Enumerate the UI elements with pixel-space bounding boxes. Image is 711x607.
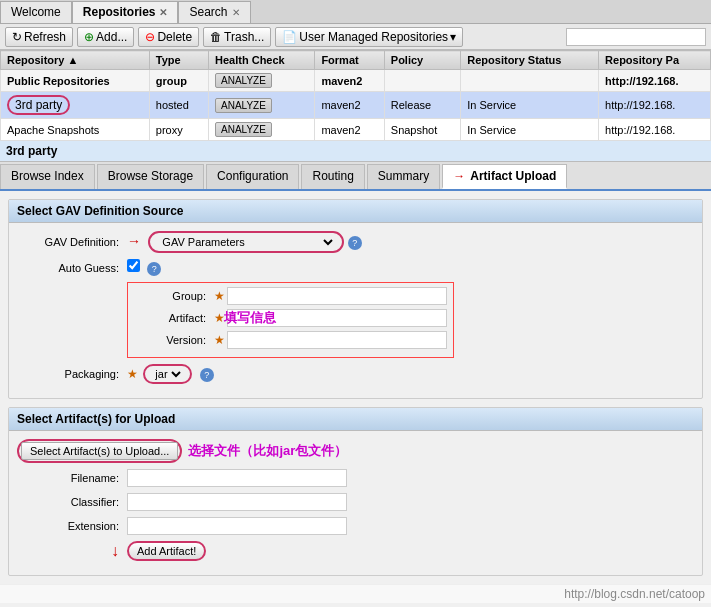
refresh-button[interactable]: ↻ Refresh — [5, 27, 73, 47]
col-status: Repository Status — [461, 51, 599, 70]
cell-status: In Service — [461, 119, 599, 141]
tab-search[interactable]: Search ✕ — [178, 1, 250, 23]
table-row[interactable]: Apache Snapshots proxy ANALYZE maven2 Sn… — [1, 119, 711, 141]
cell-policy — [384, 70, 461, 92]
version-row: Version: ★ — [134, 331, 447, 349]
gav-definition-label: GAV Definition: — [17, 236, 127, 248]
artifact-label: Artifact: — [134, 312, 214, 324]
select-file-row: Select Artifact(s) to Upload... 选择文件（比如j… — [17, 439, 694, 463]
gav-form-body: GAV Definition: → GAV Parameters ? Auto … — [9, 223, 702, 398]
upload-form-body: Select Artifact(s) to Upload... 选择文件（比如j… — [9, 431, 702, 575]
analyze-btn[interactable]: ANALYZE — [215, 122, 272, 137]
user-managed-button[interactable]: 📄 User Managed Repositories ▾ — [275, 27, 463, 47]
group-row: Group: ★ — [134, 287, 447, 305]
group-input[interactable] — [227, 287, 447, 305]
cell-name: Apache Snapshots — [1, 119, 150, 141]
cell-health: ANALYZE — [209, 70, 315, 92]
cell-status: In Service — [461, 92, 599, 119]
gav-fields-group: Group: ★ Artifact: ★ 填写信息 Version: ★ — [127, 282, 454, 358]
tab-search-close[interactable]: ✕ — [232, 7, 240, 18]
classifier-row: Classifier: — [17, 493, 694, 511]
col-policy: Policy — [384, 51, 461, 70]
toolbar: ↻ Refresh ⊕ Add... ⊖ Delete 🗑 Trash... 📄… — [0, 24, 711, 50]
tab-repositories-label: Repositories — [83, 5, 156, 19]
trash-button[interactable]: 🗑 Trash... — [203, 27, 271, 47]
extension-input[interactable] — [127, 517, 347, 535]
col-path: Repository Pa — [599, 51, 711, 70]
analyze-btn[interactable]: ANALYZE — [215, 98, 272, 113]
selected-repo-highlight: 3rd party — [7, 95, 70, 115]
extension-label: Extension: — [17, 520, 127, 532]
trash-icon: 🗑 — [210, 30, 222, 44]
packaging-label: Packaging: — [17, 368, 127, 380]
section-tab-bar: Browse Index Browse Storage Configuratio… — [0, 162, 711, 191]
gav-help-icon[interactable]: ? — [348, 236, 362, 250]
packaging-control: ★ jar ? — [127, 364, 694, 384]
col-repository: Repository ▲ — [1, 51, 150, 70]
table-row[interactable]: Public Repositories group ANALYZE maven2… — [1, 70, 711, 92]
group-required: ★ — [214, 289, 225, 303]
version-input[interactable] — [227, 331, 447, 349]
cell-policy: Snapshot — [384, 119, 461, 141]
cell-health: ANALYZE — [209, 119, 315, 141]
user-managed-icon: 📄 — [282, 30, 297, 44]
filename-input[interactable] — [127, 469, 347, 487]
refresh-icon: ↻ — [12, 30, 22, 44]
auto-guess-help-icon[interactable]: ? — [147, 262, 161, 276]
table-row[interactable]: 3rd party hosted ANALYZE maven2 Release … — [1, 92, 711, 119]
artifact-input[interactable] — [227, 309, 447, 327]
tab-artifact-upload[interactable]: → Artifact Upload — [442, 164, 567, 189]
gav-definition-oval: GAV Parameters — [148, 231, 344, 253]
artifact-row: Artifact: ★ 填写信息 — [134, 309, 447, 327]
add-icon: ⊕ — [84, 30, 94, 44]
select-file-oval: Select Artifact(s) to Upload... — [17, 439, 182, 463]
gav-section: Select GAV Definition Source GAV Definit… — [8, 199, 703, 399]
delete-icon: ⊖ — [145, 30, 155, 44]
gav-definition-control: → GAV Parameters ? — [127, 231, 694, 253]
tab-repositories[interactable]: Repositories ✕ — [72, 1, 179, 23]
col-health-check: Health Check — [209, 51, 315, 70]
selected-repo-header: 3rd party — [0, 141, 711, 162]
watermark: http://blog.csdn.net/catoop — [0, 584, 711, 603]
tab-browse-index[interactable]: Browse Index — [0, 164, 95, 189]
packaging-help-icon[interactable]: ? — [200, 368, 214, 382]
add-artifact-row: ↓ Add Artifact! — [17, 541, 694, 561]
tab-browse-storage[interactable]: Browse Storage — [97, 164, 204, 189]
upload-section-title: Select Artifact(s) for Upload — [9, 408, 702, 431]
gav-section-title: Select GAV Definition Source — [9, 200, 702, 223]
tab-arrow-icon: → — [453, 169, 465, 183]
packaging-select[interactable]: jar — [151, 367, 184, 381]
upload-section: Select Artifact(s) for Upload Select Art… — [8, 407, 703, 576]
cell-path: http://192.168. — [599, 119, 711, 141]
dropdown-icon: ▾ — [450, 30, 456, 44]
auto-guess-label: Auto Guess: — [17, 262, 127, 274]
group-label: Group: — [134, 290, 214, 302]
delete-button[interactable]: ⊖ Delete — [138, 27, 199, 47]
select-file-button[interactable]: Select Artifact(s) to Upload... — [21, 442, 178, 460]
add-button[interactable]: ⊕ Add... — [77, 27, 134, 47]
filename-label: Filename: — [17, 472, 127, 484]
tab-repositories-close[interactable]: ✕ — [159, 7, 167, 18]
gav-definition-select[interactable]: GAV Parameters — [156, 234, 336, 250]
tab-welcome[interactable]: Welcome — [0, 1, 72, 23]
auto-guess-checkbox[interactable] — [127, 259, 140, 272]
cell-format: maven2 — [315, 70, 384, 92]
repository-table-area: Repository ▲ Type Health Check Format Po… — [0, 50, 711, 141]
artifact-required: ★ — [214, 311, 225, 325]
cell-status — [461, 70, 599, 92]
cell-type: group — [149, 70, 208, 92]
add-artifact-spacer: ↓ — [17, 542, 127, 560]
tab-routing[interactable]: Routing — [301, 164, 364, 189]
toolbar-search-input[interactable] — [566, 28, 706, 46]
arrow-down-icon: ↓ — [111, 542, 119, 559]
cell-name: Public Repositories — [1, 70, 150, 92]
classifier-input[interactable] — [127, 493, 347, 511]
tab-configuration[interactable]: Configuration — [206, 164, 299, 189]
top-tab-bar: Welcome Repositories ✕ Search ✕ — [0, 0, 711, 24]
analyze-btn[interactable]: ANALYZE — [215, 73, 272, 88]
add-artifact-button[interactable]: Add Artifact! — [127, 541, 206, 561]
tab-summary[interactable]: Summary — [367, 164, 440, 189]
version-label: Version: — [134, 334, 214, 346]
cell-format: maven2 — [315, 92, 384, 119]
cell-path: http://192.168. — [599, 70, 711, 92]
